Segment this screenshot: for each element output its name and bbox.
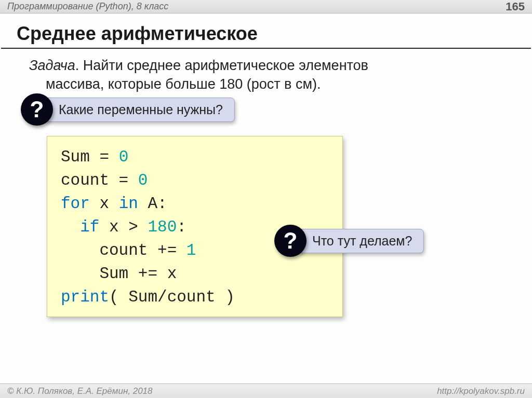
header-bar: Программирование (Python), 8 класс 165 [0, 0, 532, 13]
footer-url: http://kpolyakov.spb.ru [437, 386, 525, 396]
callout-what: ? Что тут делаем? [274, 225, 424, 257]
footer-bar: © К.Ю. Поляков, Е.А. Ерёмин, 2018 http:/… [0, 383, 532, 398]
task-line-2: массива, которые больше 180 (рост в см). [0, 75, 532, 93]
footer-copyright: © К.Ю. Поляков, Е.А. Ерёмин, 2018 [7, 386, 153, 396]
slide-title: Среднее арифметическое [1, 13, 531, 49]
question-icon: ? [21, 93, 53, 126]
task-label: Задача [29, 58, 75, 73]
callout-text-1: Какие переменные нужны? [44, 98, 235, 122]
task-text-1: . Найти среднее арифметическое элементов [75, 58, 368, 73]
course-name: Программирование (Python), 8 класс [7, 1, 168, 12]
callout-vars: ? Какие переменные нужны? [21, 93, 235, 126]
page-number: 165 [506, 0, 525, 13]
question-icon: ? [274, 225, 307, 257]
callout-text-2: Что тут делаем? [297, 229, 424, 253]
task-line-1: Задача. Найти среднее арифметическое эле… [0, 49, 532, 75]
